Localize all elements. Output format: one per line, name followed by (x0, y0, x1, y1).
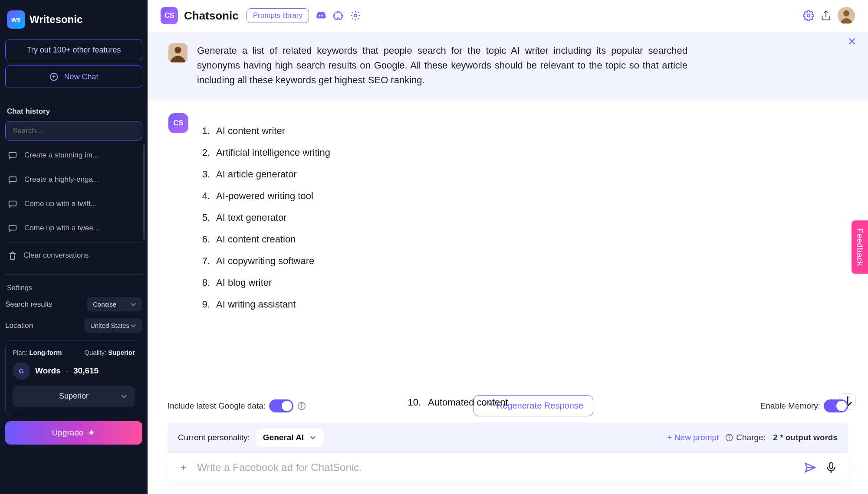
info-icon[interactable] (297, 401, 306, 411)
svg-rect-5 (9, 201, 16, 206)
chat-history-list: Create a stunning im... Create a highly-… (5, 144, 145, 239)
search-results-setting-row: Search results Concise (5, 297, 142, 311)
extension-icon[interactable] (332, 10, 344, 21)
memory-toggle[interactable] (824, 399, 848, 412)
keyword-list: 1.AI content writer 2.Artificial intelli… (198, 120, 330, 315)
location-select[interactable]: United States (84, 318, 142, 333)
search-results-select[interactable]: Concise (87, 297, 142, 311)
share-icon[interactable] (820, 10, 832, 21)
chat-history-heading: Chat history (7, 107, 141, 116)
list-item: 5.AI text generator (198, 207, 330, 229)
bot-avatar: CS (168, 113, 188, 133)
user-message-text: Generate a list of related keywords that… (197, 43, 687, 88)
discord-icon[interactable] (315, 10, 326, 21)
location-setting-row: Location United States (5, 318, 142, 333)
plan-top-row: Plan: Long-form Quality: Superior (13, 349, 135, 356)
new-prompt-link[interactable]: + New prompt (667, 433, 719, 442)
words-label: Words (35, 366, 61, 376)
chat-icon (8, 175, 17, 184)
send-button[interactable] (804, 461, 817, 474)
history-item-label: Create a highly-enga... (24, 175, 99, 184)
location-label: Location (5, 321, 33, 330)
history-item[interactable]: Come up with a twee... (5, 217, 141, 239)
svg-point-19 (301, 403, 302, 404)
settings-heading: Settings (7, 284, 141, 292)
google-data-toggle-label: Include latest Google data: (168, 401, 266, 411)
settings-icon[interactable] (803, 10, 814, 21)
plus-circle-icon (49, 72, 59, 82)
history-search-input[interactable] (5, 121, 142, 141)
brand-badge: ws (7, 10, 25, 29)
close-icon[interactable] (847, 36, 857, 46)
main-area: CS Chatsonic Prompts library Generate a … (148, 0, 868, 494)
svg-rect-6 (9, 226, 16, 230)
google-data-toggle-wrap: Include latest Google data: (168, 399, 306, 412)
search-results-label: Search results (5, 300, 53, 309)
chat-icon (8, 199, 17, 209)
svg-point-15 (174, 47, 181, 53)
personality-bar: Current personality: General AI + New pr… (168, 422, 848, 453)
chevron-down-icon (128, 300, 138, 309)
list-item: 8.AI blog writer (198, 272, 330, 294)
try-features-button[interactable]: Try out 100+ other features (5, 39, 142, 61)
refresh-icon (483, 402, 492, 410)
svg-rect-24 (829, 463, 833, 469)
svg-point-11 (843, 10, 849, 16)
prompts-library-button[interactable]: Prompts library (247, 8, 309, 23)
info-icon[interactable] (725, 433, 733, 442)
svg-rect-3 (9, 153, 16, 157)
user-message: Generate a list of related keywords that… (148, 32, 868, 99)
svg-point-22 (729, 435, 730, 436)
svg-point-8 (807, 14, 810, 17)
words-row: G Words · 30,615 (13, 362, 135, 379)
plan-card: Plan: Long-form Quality: Superior G Word… (5, 340, 142, 415)
personality-select[interactable]: General AI (256, 429, 324, 447)
memory-toggle-label: Enable Memory: (760, 401, 820, 411)
list-item: 7.AI copywriting software (198, 250, 330, 272)
bot-answer: 1.AI content writer 2.Artificial intelli… (198, 113, 330, 315)
list-item: 2.Artificial intelligence writing (198, 142, 330, 164)
feedback-tab[interactable]: Feedback (852, 220, 868, 274)
chat-icon (8, 223, 17, 233)
chevron-down-icon (128, 321, 138, 330)
bot-message: CS 1.AI content writer 2.Artificial inte… (148, 99, 868, 327)
new-chat-label: New Chat (64, 72, 98, 82)
chevron-down-icon (119, 392, 129, 401)
sidebar: ws Writesonic Try out 100+ other feature… (0, 0, 148, 494)
clear-conversations-button[interactable]: Clear conversations (5, 242, 142, 268)
app-title: Chatsonic (184, 9, 239, 23)
user-avatar[interactable] (838, 7, 855, 24)
list-item: 9.AI writing assistant (198, 294, 330, 315)
compose-input[interactable] (197, 461, 796, 474)
list-item: 6.AI content creation (198, 229, 330, 250)
google-data-toggle[interactable] (269, 399, 293, 412)
upgrade-button[interactable]: Upgrade (5, 421, 142, 445)
list-item: 1.AI content writer (198, 120, 330, 142)
history-item-label: Create a stunning im... (24, 151, 99, 160)
history-item[interactable]: Come up with a twitt... (5, 193, 141, 215)
history-item-label: Come up with a twitt... (24, 200, 97, 208)
brand-name: Writesonic (30, 13, 82, 26)
new-chat-button[interactable]: New Chat (5, 65, 142, 88)
history-item[interactable]: Create a stunning im... (5, 144, 141, 166)
charge-info: Charge: 2 * output words (725, 433, 838, 442)
brand-logo: ws Writesonic (7, 10, 141, 29)
plan-badge-icon: G (13, 362, 30, 379)
sparkle-settings-icon[interactable] (350, 10, 361, 21)
user-message-avatar (168, 43, 187, 62)
list-item: 3.AI article generator (198, 164, 330, 185)
app-badge: CS (161, 7, 178, 24)
list-item: 4.AI-powered writing tool (198, 185, 330, 207)
tier-select[interactable]: Superior (13, 386, 135, 407)
mic-button[interactable] (825, 461, 838, 474)
trash-icon (8, 251, 17, 260)
personality-label: Current personality: (178, 433, 250, 442)
chevron-down-icon (308, 433, 318, 442)
add-attachment-button[interactable]: + (178, 462, 189, 473)
chat-icon (8, 150, 17, 160)
history-item[interactable]: Create a highly-enga... (5, 169, 141, 190)
words-count: 30,615 (73, 366, 99, 376)
toggles-row: 10.Automated content Include latest Goog… (168, 395, 848, 416)
settings-block: Search results Concise Location United S… (5, 297, 142, 333)
regenerate-button[interactable]: Regenerate Response (473, 395, 593, 416)
